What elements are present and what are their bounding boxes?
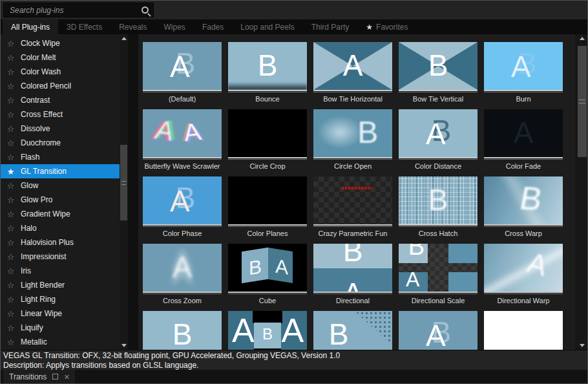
plugin-cell[interactable]: BA bbox=[399, 311, 478, 350]
star-outline-icon[interactable]: ☆ bbox=[6, 266, 15, 276]
scroll-up-icon[interactable] bbox=[121, 37, 127, 40]
star-outline-icon[interactable]: ☆ bbox=[6, 323, 15, 333]
close-icon[interactable]: × bbox=[64, 372, 69, 381]
search-icon[interactable] bbox=[142, 6, 149, 14]
plugin-cell-color-distance[interactable]: BAColor Distance bbox=[399, 109, 478, 171]
plugin-cell[interactable]: AAB bbox=[228, 311, 307, 350]
sidebar-item-halovision-plus[interactable]: ☆Halovision Plus bbox=[1, 235, 120, 250]
star-outline-icon[interactable]: ☆ bbox=[6, 153, 15, 162]
sidebar-item-duochrome[interactable]: ☆Duochrome bbox=[1, 136, 120, 150]
plugin-cell-color-fade[interactable]: AColor Fade bbox=[484, 109, 563, 171]
grid-scrollbar-thumb[interactable] bbox=[578, 46, 587, 157]
sidebar-item-liquify[interactable]: ☆Liquify bbox=[1, 321, 120, 335]
star-outline-icon[interactable]: ☆ bbox=[6, 195, 15, 205]
sidebar-item-label: Colored Pencil bbox=[21, 81, 71, 91]
plugin-cell-burn[interactable]: BABurn bbox=[484, 42, 563, 103]
float-window-icon[interactable] bbox=[52, 374, 58, 379]
scroll-up-icon[interactable] bbox=[580, 37, 585, 40]
thumb-letter: A bbox=[173, 252, 193, 282]
plugin-cell-directional-scale[interactable]: BADirectional Scale bbox=[399, 244, 478, 305]
plugin-cell-default[interactable]: BA(Default) bbox=[143, 42, 222, 103]
sidebar-item-glow[interactable]: ☆Glow bbox=[1, 178, 120, 193]
sidebar-item-light-ring[interactable]: ☆Light Ring bbox=[1, 292, 120, 306]
plugin-cell-cross-zoom[interactable]: ACross Zoom bbox=[143, 244, 222, 305]
plugin-cell-circle-crop[interactable]: Circle Crop bbox=[228, 109, 307, 171]
plugin-cell[interactable]: B bbox=[143, 311, 222, 350]
star-outline-icon[interactable]: ☆ bbox=[6, 281, 15, 290]
tab-3d-effects[interactable]: 3D Effects bbox=[58, 19, 110, 34]
sidebar-scrollbar-thumb[interactable] bbox=[120, 145, 127, 220]
plugin-cell[interactable]: B bbox=[313, 311, 392, 350]
dock-tab-transitions[interactable]: Transitions × bbox=[3, 370, 75, 383]
star-outline-icon[interactable]: ☆ bbox=[6, 295, 15, 304]
sidebar-scrollbar[interactable] bbox=[120, 34, 128, 350]
tab-third-party[interactable]: Third Party bbox=[303, 19, 358, 34]
sidebar-item-gl-transition[interactable]: ★GL Transition bbox=[1, 164, 120, 178]
star-outline-icon[interactable]: ☆ bbox=[6, 238, 15, 248]
sidebar-item-linear-wipe[interactable]: ☆Linear Wipe bbox=[1, 306, 120, 321]
grid-scrollbar[interactable] bbox=[577, 34, 587, 350]
tab-reveals[interactable]: Reveals bbox=[110, 19, 155, 34]
star-outline-icon[interactable]: ☆ bbox=[6, 53, 15, 63]
sidebar-item-iris[interactable]: ☆Iris bbox=[1, 264, 120, 278]
star-outline-icon[interactable]: ☆ bbox=[6, 138, 15, 148]
sidebar-item-color-wash[interactable]: ☆Color Wash bbox=[1, 65, 120, 79]
plugin-cell-color-planes[interactable]: Color Planes bbox=[228, 176, 307, 238]
plugin-cell-bow-tie-horizontal[interactable]: ABow Tie Horizontal bbox=[313, 42, 392, 103]
plugin-thumbnail: BA bbox=[143, 42, 222, 90]
star-outline-icon[interactable]: ☆ bbox=[6, 39, 15, 48]
sidebar-item-light-bender[interactable]: ☆Light Bender bbox=[1, 278, 120, 292]
plugin-cell-crazy-parametric-fun[interactable]: Crazy Parametric Fun bbox=[313, 176, 392, 238]
plugin-label: Directional bbox=[313, 295, 392, 305]
tab-wipes[interactable]: Wipes bbox=[156, 19, 194, 34]
plugin-cell-circle-open[interactable]: BCircle Open bbox=[313, 109, 392, 171]
tab-favorites[interactable]: ★Favorites bbox=[357, 19, 416, 34]
star-outline-icon[interactable]: ☆ bbox=[6, 96, 15, 105]
sidebar-item-colored-pencil[interactable]: ☆Colored Pencil bbox=[1, 79, 120, 93]
plugin-cell-directional-warp[interactable]: ADirectional Warp bbox=[484, 244, 563, 305]
thumb-letter: A bbox=[275, 256, 288, 277]
sidebar-item-flash[interactable]: ☆Flash bbox=[1, 150, 120, 164]
star-outline-icon[interactable]: ☆ bbox=[6, 252, 15, 262]
star-outline-icon[interactable]: ☆ bbox=[6, 209, 15, 219]
plugin-cell-color-phase[interactable]: BAColor Phase bbox=[143, 176, 222, 238]
sidebar-item-gradient-wipe[interactable]: ☆Gradient Wipe bbox=[1, 207, 120, 221]
sidebar-item-halo[interactable]: ☆Halo bbox=[1, 221, 120, 235]
tab-label: Third Party bbox=[311, 23, 350, 32]
sidebar-item-glow-pro[interactable]: ☆Glow Pro bbox=[1, 193, 120, 207]
star-outline-icon[interactable]: ☆ bbox=[6, 124, 15, 134]
plugin-cell-butterfly-wave-scrawler[interactable]: AAButterfly Wave Scrawler bbox=[143, 109, 222, 171]
plugin-cell-bounce[interactable]: BBounce bbox=[228, 42, 307, 103]
star-outline-icon[interactable]: ☆ bbox=[6, 67, 15, 77]
plugin-cell-bow-tie-vertical[interactable]: BBow Tie Vertical bbox=[399, 42, 478, 103]
tab-fades[interactable]: Fades bbox=[194, 19, 232, 34]
star-outline-icon[interactable]: ☆ bbox=[6, 81, 15, 91]
tab-loop-and-peels[interactable]: Loop and Peels bbox=[232, 19, 302, 34]
plugin-cell-cross-hatch[interactable]: BCross Hatch bbox=[399, 176, 478, 238]
star-outline-icon[interactable]: ☆ bbox=[6, 224, 15, 233]
thumb-shape bbox=[253, 311, 282, 323]
tab-all-plug-ins[interactable]: All Plug-ins bbox=[3, 19, 58, 34]
scroll-down-icon[interactable] bbox=[121, 344, 127, 347]
sidebar-item-dissolve[interactable]: ☆Dissolve bbox=[1, 122, 120, 136]
star-outline-icon[interactable]: ☆ bbox=[6, 337, 15, 347]
sidebar-item-clock-wipe[interactable]: ☆Clock Wipe bbox=[1, 36, 120, 50]
star-filled-icon[interactable]: ★ bbox=[6, 167, 15, 176]
plugin-cell-directional[interactable]: BADirectional bbox=[313, 244, 392, 305]
search-input[interactable] bbox=[8, 5, 142, 16]
sidebar-item-impressionist[interactable]: ☆Impressionist bbox=[1, 250, 120, 264]
plugin-cell-cross-warp[interactable]: BCross Warp bbox=[484, 176, 563, 238]
plugin-label: Cross Zoom bbox=[143, 295, 222, 305]
star-outline-icon[interactable]: ☆ bbox=[6, 110, 15, 120]
plugin-cell[interactable] bbox=[484, 311, 563, 350]
thumb-letter: B bbox=[428, 50, 448, 80]
scroll-down-icon[interactable] bbox=[580, 344, 585, 347]
star-outline-icon[interactable]: ☆ bbox=[6, 181, 15, 191]
sidebar-item-color-melt[interactable]: ☆Color Melt bbox=[1, 50, 120, 65]
search-box[interactable] bbox=[3, 3, 154, 17]
sidebar-item-cross-effect[interactable]: ☆Cross Effect bbox=[1, 107, 120, 122]
sidebar-item-contrast[interactable]: ☆Contrast bbox=[1, 93, 120, 107]
sidebar-item-metallic[interactable]: ☆Metallic bbox=[1, 335, 120, 349]
star-outline-icon[interactable]: ☆ bbox=[6, 309, 15, 319]
plugin-cell-cube[interactable]: BACube bbox=[228, 244, 307, 305]
